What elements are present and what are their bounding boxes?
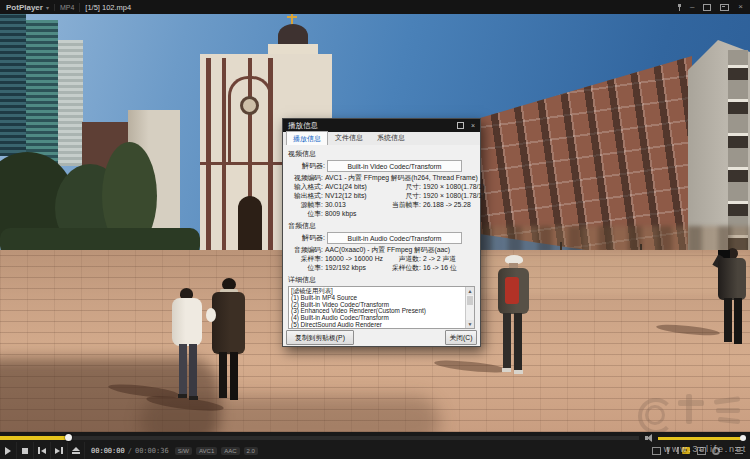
list-scrollbar[interactable]: ▲ ▼	[465, 287, 474, 328]
minimize-button[interactable]: –	[690, 3, 694, 11]
field-label: 尺寸:	[389, 191, 423, 200]
church-pilaster	[222, 58, 226, 254]
seek-progress	[0, 436, 68, 440]
dialog-close-button[interactable]: 关闭(C)	[445, 330, 477, 345]
tab-file-info[interactable]: 文件信息	[328, 130, 370, 145]
close-button[interactable]: ×	[738, 3, 743, 11]
dialog-tabs: 播放信息 文件信息 系统信息	[283, 132, 480, 146]
audio-decoder-label: 解码器:	[287, 233, 325, 243]
field-label: 当前帧率:	[389, 200, 423, 209]
window-title: [1/5] 102.mp4	[79, 3, 131, 12]
person-dark-coat	[210, 278, 248, 402]
glass-tower-teal	[26, 20, 58, 164]
volume-fill	[658, 437, 744, 440]
volume-slider[interactable]	[658, 437, 746, 440]
gable-windows	[728, 50, 748, 250]
open-file-button[interactable]	[68, 442, 85, 459]
play-button[interactable]	[0, 442, 17, 459]
bookmark-icon[interactable]	[652, 446, 661, 455]
field-value: 1920 × 1080(1.78/1)	[423, 191, 484, 200]
audio-codec-badge: AAC	[221, 447, 239, 455]
person-photographer	[712, 246, 750, 350]
field-value: 8009 kbps	[325, 209, 389, 218]
video-decoder-value[interactable]: Built-in Video Codec/Transform	[327, 160, 462, 172]
scrollbar-thumb[interactable]	[467, 296, 473, 305]
field-value: 26.188 -> 25.28	[423, 200, 476, 209]
stop-button[interactable]	[17, 442, 34, 459]
person-white-hat	[494, 255, 532, 377]
field-label: 源帧率:	[287, 200, 325, 209]
scroll-up-icon[interactable]: ▲	[466, 287, 474, 295]
field-value: 1920 × 1080(1.78/1)	[423, 182, 484, 191]
previous-button[interactable]	[34, 442, 51, 459]
time-current: 00:00:00	[91, 447, 125, 455]
field-value: 2 -> 2 声道	[423, 254, 476, 263]
decode-mode-badge: S/W	[175, 447, 192, 455]
church-round-window	[240, 96, 259, 115]
field-label: 音频编码:	[287, 245, 325, 254]
field-value: 16000 -> 16000 Hz	[325, 254, 389, 263]
field-label: 采样率:	[287, 254, 325, 263]
scroll-down-icon[interactable]: ▼	[466, 320, 474, 328]
glass-tower-dark	[0, 14, 26, 156]
channels-badge: 2.0	[244, 447, 258, 455]
field-value: AVC1 - 内置 FFmpeg 解码器(h264, Thread Frame)	[325, 173, 478, 182]
filter-list[interactable]: [滤镜使用列表] (1) Built-in MP4 Source (2) Bui…	[288, 286, 475, 329]
dialog-body: 视频信息 解码器: Built-in Video Codec/Transform…	[283, 145, 480, 346]
video-codec-badge: AVC1	[196, 447, 217, 455]
church-arch	[228, 76, 272, 163]
titlebar[interactable]: PotPlayer ▾ MP4 [1/5] 102.mp4 – ×	[0, 0, 750, 14]
volume-handle[interactable]	[740, 435, 746, 441]
church-pilaster	[206, 58, 211, 254]
white-tower	[58, 40, 83, 166]
seek-bar[interactable]	[0, 436, 639, 440]
dialog-pin-icon[interactable]	[457, 122, 464, 129]
dialog-title: 播放信息	[288, 121, 318, 131]
filter-list-item[interactable]: (5) DirectSound Audio Renderer	[291, 322, 465, 329]
speaker-icon[interactable]	[645, 434, 654, 442]
app-menu-caret-icon[interactable]: ▾	[46, 4, 49, 11]
audio-section-heading: 音频信息	[288, 221, 476, 231]
field-label: 位率:	[287, 209, 325, 218]
fullscreen-button[interactable]	[720, 4, 729, 11]
watermark-url: www.3elife.net	[664, 444, 747, 454]
potplayer-window: PotPlayer ▾ MP4 [1/5] 102.mp4 – ×	[0, 0, 750, 459]
field-label: 位率:	[287, 263, 325, 272]
video-section-heading: 视频信息	[288, 149, 476, 159]
tab-playback-info[interactable]: 播放信息	[286, 131, 328, 146]
field-value: 192/192 kbps	[325, 263, 389, 272]
field-value: NV12(12 bits)	[325, 191, 389, 200]
field-value: 30.013	[325, 200, 389, 209]
video-decoder-label: 解码器:	[287, 161, 325, 171]
copy-to-clipboard-button[interactable]: 复制到剪贴板(P)	[286, 330, 354, 345]
format-badge: MP4	[54, 4, 79, 11]
field-value: AAC(0xaac0) - 内置 FFmpeg 解码器(aac)	[325, 245, 476, 254]
time-display: 00:00:00 / 00:00:36	[91, 447, 169, 455]
dialog-close-icon[interactable]: ×	[471, 122, 475, 129]
pin-on-top-icon[interactable]	[678, 4, 681, 11]
video-watermark-logo	[634, 392, 750, 432]
details-section-heading: 详细信息	[288, 275, 476, 285]
field-label: 视频编码:	[287, 173, 325, 182]
church-cross-bar	[287, 16, 297, 18]
time-total: 00:00:36	[135, 447, 169, 455]
field-value: 16 -> 16 位	[423, 263, 476, 272]
tab-system-info[interactable]: 系统信息	[370, 130, 412, 145]
next-button[interactable]	[51, 442, 68, 459]
maximize-button[interactable]	[703, 4, 711, 11]
field-label: 采样位数:	[389, 263, 423, 272]
seek-handle[interactable]	[65, 434, 72, 441]
codec-badges: S/W AVC1 AAC 2.0	[175, 447, 258, 455]
field-label: 输入格式:	[287, 182, 325, 191]
audio-decoder-value[interactable]: Built-in Audio Codec/Transform	[327, 232, 462, 244]
field-label: 声道数:	[389, 254, 423, 263]
control-bar: 00:00:00 / 00:00:36 S/W AVC1 AAC 2.0	[0, 432, 750, 459]
church-door	[238, 196, 262, 254]
field-value: AVC1(24 bits)	[325, 182, 389, 191]
playback-info-dialog: 播放信息 × 播放信息 文件信息 系统信息 视频信息 解码器: Built-in…	[282, 118, 481, 347]
field-label: 输出格式:	[287, 191, 325, 200]
person-white-jacket	[172, 288, 204, 400]
field-label: 尺寸:	[389, 182, 423, 191]
app-logo-text[interactable]: PotPlayer	[6, 3, 43, 12]
